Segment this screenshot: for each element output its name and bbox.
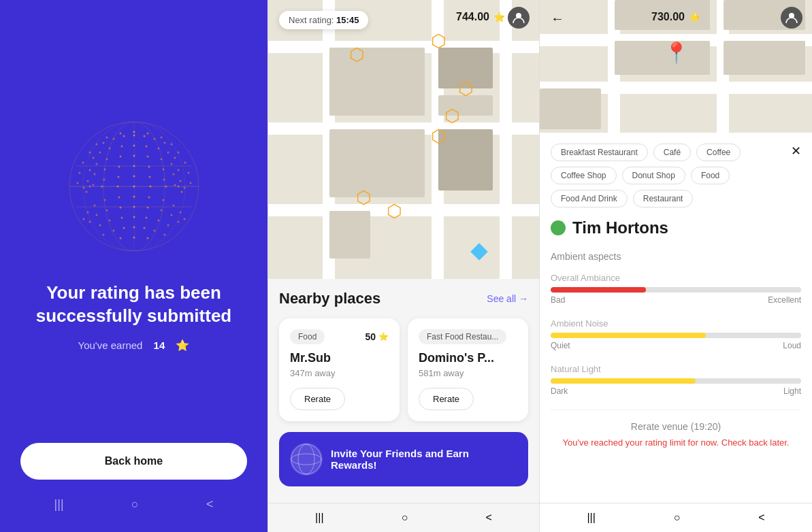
svg-point-5 xyxy=(160,137,162,139)
venue-status-dot xyxy=(551,220,566,235)
svg-point-61 xyxy=(85,191,87,193)
svg-point-35 xyxy=(119,156,121,158)
category-tag[interactable]: Food And Drink xyxy=(551,190,628,207)
hex-marker-2: ⬡ xyxy=(431,31,446,52)
category-tag[interactable]: Donut Shop xyxy=(622,167,685,184)
nav-back-icon-2: < xyxy=(486,512,492,524)
hex-marker-1: ⬡ xyxy=(349,44,365,65)
aspect-item: Overall Ambiance Bad Excellent xyxy=(551,273,801,305)
success-screen: Your rating has been successfully submit… xyxy=(0,0,267,532)
invite-banner[interactable]: Invite Your Friends and Earn Rewards! xyxy=(279,432,528,486)
rerate-button-dominos[interactable]: Rerate xyxy=(419,388,474,410)
see-all-link[interactable]: See all → xyxy=(487,293,528,304)
svg-point-100 xyxy=(112,230,114,232)
aspect-item: Natural Light Dark Light xyxy=(551,364,801,396)
svg-point-65 xyxy=(165,186,167,188)
svg-point-32 xyxy=(92,157,94,159)
svg-point-15 xyxy=(189,182,191,184)
svg-point-98 xyxy=(123,227,125,229)
rerate-button-mrsub[interactable]: Rerate xyxy=(290,388,345,410)
profile-icon-3[interactable] xyxy=(781,7,802,29)
svg-point-44 xyxy=(118,166,120,168)
nav-home-icon: ○ xyxy=(131,497,139,512)
svg-point-67 xyxy=(177,186,179,188)
svg-point-3 xyxy=(146,133,148,135)
svg-point-59 xyxy=(92,184,94,186)
aspect-left-label: Dark xyxy=(551,386,568,396)
earned-text: You've earned 14 ⭐ xyxy=(78,339,190,352)
hex-marker-5: ⬡ xyxy=(431,126,446,147)
svg-point-46 xyxy=(103,169,105,171)
nav-home-icon-2: ○ xyxy=(402,512,408,524)
score-display-3: 730.00 ⭐ xyxy=(651,11,700,23)
aspect-right-label: Loud xyxy=(783,341,801,350)
svg-point-25 xyxy=(145,146,147,148)
aspect-label: Ambient Noise xyxy=(551,318,801,329)
back-button[interactable]: ← xyxy=(551,11,564,27)
svg-point-63 xyxy=(149,186,151,188)
svg-point-87 xyxy=(177,221,179,223)
category-tag[interactable]: Restaurant xyxy=(633,190,694,207)
success-title: Your rating has been successfully submit… xyxy=(20,282,247,328)
svg-point-95 xyxy=(99,225,101,227)
hex-marker-4: ⬡ xyxy=(444,105,460,127)
profile-icon-2[interactable] xyxy=(508,7,530,29)
category-tag[interactable]: Café xyxy=(653,144,691,161)
nav-home-icon-3: ○ xyxy=(674,512,681,524)
svg-point-30 xyxy=(99,152,101,154)
nav-back-icon-3: < xyxy=(758,512,764,524)
category-tag[interactable]: Breakfast Restaurant xyxy=(551,144,648,161)
svg-point-23 xyxy=(102,142,104,144)
aspect-labels-row: Quiet Loud xyxy=(551,341,801,350)
svg-point-58 xyxy=(174,184,176,186)
category-tag[interactable]: Coffee xyxy=(696,144,741,161)
map-view-2: ⬡ ⬡ ⬡ ⬡ ⬡ ⬡ ⬡ Next rating: 15:45 744.00 … xyxy=(268,0,539,279)
venue-detail-screen: ← 730.00 ⭐ 📍 Breakfast RestaurantCaféCof… xyxy=(540,0,812,532)
aspect-bar-fill xyxy=(551,333,706,338)
svg-point-40 xyxy=(177,169,179,171)
svg-point-79 xyxy=(82,218,84,220)
svg-point-84 xyxy=(105,210,108,212)
aspect-right-label: Excellent xyxy=(768,295,801,305)
svg-point-70 xyxy=(148,197,150,199)
svg-point-64 xyxy=(116,186,118,188)
nearby-header: Nearby places See all → xyxy=(279,290,528,307)
svg-point-85 xyxy=(170,214,172,216)
svg-point-12 xyxy=(82,162,84,164)
svg-point-49 xyxy=(179,180,181,182)
nearby-places-screen: ⬡ ⬡ ⬡ ⬡ ⬡ ⬡ ⬡ Next rating: 15:45 744.00 … xyxy=(267,0,540,532)
aspect-labels-row: Bad Excellent xyxy=(551,295,801,305)
svg-point-54 xyxy=(148,176,150,178)
svg-point-75 xyxy=(93,205,95,207)
svg-point-78 xyxy=(183,218,185,220)
svg-point-74 xyxy=(172,205,174,207)
hex-marker-3: ⬡ xyxy=(458,78,474,99)
rerate-venue-label: Rerate venue (19:20) xyxy=(551,421,801,432)
place-name-mrsub: Mr.Sub xyxy=(290,351,389,365)
category-tag[interactable]: Coffee Shop xyxy=(551,167,617,184)
hex-marker-7: ⬡ xyxy=(387,201,402,222)
close-button[interactable]: ✕ xyxy=(791,144,801,159)
back-home-button[interactable]: Back home xyxy=(20,443,247,480)
svg-point-41 xyxy=(88,169,91,171)
aspect-left-label: Quiet xyxy=(551,341,570,350)
svg-point-39 xyxy=(95,163,97,165)
svg-point-4 xyxy=(119,133,121,135)
aspect-bar-fill xyxy=(551,287,646,293)
svg-point-26 xyxy=(120,146,123,148)
next-rating-badge: Next rating: 15:45 xyxy=(279,11,368,29)
svg-point-116 xyxy=(298,444,314,474)
category-tag[interactable]: Food xyxy=(691,167,730,184)
invite-globe-icon xyxy=(290,443,323,476)
aspect-labels-row: Dark Light xyxy=(551,386,801,396)
aspects-list: Overall Ambiance Bad Excellent Ambient N… xyxy=(551,273,801,396)
nav-lines-icon: ||| xyxy=(54,497,64,512)
place-tag-dominos: Fast Food Restau... xyxy=(419,329,506,344)
svg-point-50 xyxy=(86,180,88,182)
svg-point-91 xyxy=(120,217,123,219)
svg-point-97 xyxy=(143,227,145,229)
aspect-item: Ambient Noise Quiet Loud xyxy=(551,318,801,350)
diamond-marker xyxy=(470,243,487,260)
svg-point-102 xyxy=(102,234,104,236)
svg-point-38 xyxy=(170,163,172,165)
